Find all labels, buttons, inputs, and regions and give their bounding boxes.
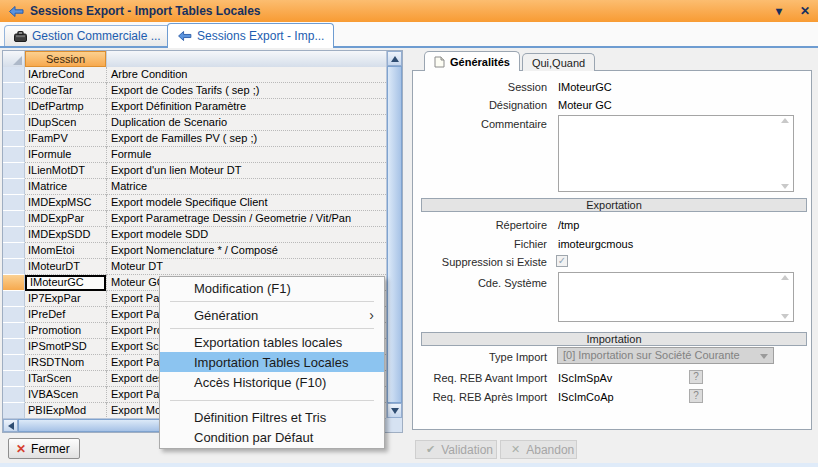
description-cell[interactable]: Moteur DT — [106, 259, 386, 275]
scroll-down-icon[interactable] — [387, 403, 402, 418]
session-cell[interactable]: IFormule — [25, 147, 106, 163]
session-cell[interactable]: IFamPV — [25, 131, 106, 147]
row-selector-cell[interactable] — [3, 403, 25, 418]
vertical-scrollbar[interactable] — [386, 51, 402, 418]
session-cell[interactable]: ITarScen — [25, 371, 106, 387]
description-cell[interactable]: Export Nomenclature * / Composé — [106, 243, 386, 259]
description-cell[interactable]: Export Définition Paramètre — [106, 99, 386, 115]
session-cell[interactable]: IMDExpSDD — [25, 227, 106, 243]
menu-item-generation[interactable]: Génération› — [160, 305, 384, 325]
description-cell[interactable]: Export Parametrage Dessin / Geometrie / … — [106, 211, 386, 227]
description-cell[interactable]: Export modele SDD — [106, 227, 386, 243]
row-selector-cell[interactable] — [3, 371, 25, 387]
tab-gestion-commerciale[interactable]: Gestion Commerciale ... — [4, 25, 171, 46]
session-cell[interactable]: IMoteurGC — [25, 275, 106, 291]
row-selector-cell[interactable] — [3, 227, 25, 243]
session-cell[interactable]: ICodeTar — [25, 83, 106, 99]
row-selector-cell[interactable] — [3, 387, 25, 403]
row-selector-cell[interactable] — [3, 99, 25, 115]
description-cell[interactable]: Duplication de Scenario — [106, 115, 386, 131]
row-selector-cell[interactable] — [3, 67, 25, 83]
session-cell[interactable]: IDefPartmp — [25, 99, 106, 115]
tab-sessions-export[interactable]: Sessions Export - Imp... — [167, 23, 334, 48]
menu-item-exportation-tables-locales[interactable]: Exportation tables locales — [160, 332, 384, 352]
row-selector-cell[interactable] — [3, 275, 25, 291]
fermer-button[interactable]: ✕ Fermer — [8, 438, 80, 459]
table-row[interactable]: IMDExpPar Export Parametrage Dessin / Ge… — [3, 211, 386, 227]
row-selector-cell[interactable] — [3, 179, 25, 195]
cde-systeme-textarea[interactable] — [558, 272, 794, 322]
row-selector-cell[interactable] — [3, 115, 25, 131]
session-cell[interactable]: IMDExpPar — [25, 211, 106, 227]
session-cell[interactable]: IMomEtoi — [25, 243, 106, 259]
scroll-up-icon[interactable] — [387, 51, 402, 66]
session-cell[interactable]: IArbreCond — [25, 67, 106, 83]
abandon-button[interactable]: ✕ Abandon — [500, 440, 577, 459]
row-selector-cell[interactable] — [3, 291, 25, 307]
table-row[interactable]: IMatrice Matrice — [3, 179, 386, 195]
row-selector-cell[interactable] — [3, 195, 25, 211]
table-row[interactable]: IMDExpMSC Export modele Specifique Clien… — [3, 195, 386, 211]
table-row[interactable]: IMDExpSDD Export modele SDD — [3, 227, 386, 243]
type-import-select[interactable]: [0] Importation sur Société Courante — [557, 347, 774, 364]
req-apres-help-button[interactable]: ? — [689, 389, 703, 403]
session-cell[interactable]: IMatrice — [25, 179, 106, 195]
row-selector-cell[interactable] — [3, 131, 25, 147]
suppression-checkbox[interactable]: ✓ — [556, 255, 568, 267]
session-cell[interactable]: IMoteurDT — [25, 259, 106, 275]
session-cell[interactable]: IP7ExpPar — [25, 291, 106, 307]
column-header-session[interactable]: Session — [25, 51, 106, 67]
session-cell[interactable]: IPromotion — [25, 323, 106, 339]
session-cell[interactable]: PBIExpMod — [25, 403, 106, 418]
req-avant-help-button[interactable]: ? — [689, 370, 703, 384]
tab-generalites[interactable]: Généralités — [424, 51, 520, 71]
session-cell[interactable]: ILienMotDT — [25, 163, 106, 179]
scroll-left-icon[interactable] — [3, 419, 18, 432]
table-row[interactable]: IFormule Formule — [3, 147, 386, 163]
table-row[interactable]: IFamPV Export de Familles PV ( sep ;) — [3, 131, 386, 147]
session-cell[interactable]: IRSDTNom — [25, 355, 106, 371]
session-cell[interactable]: IDupScen — [25, 115, 106, 131]
window-menu-icon[interactable]: ▾ — [776, 0, 782, 22]
row-selector-cell[interactable] — [3, 355, 25, 371]
description-cell[interactable]: Export modele Specifique Client — [106, 195, 386, 211]
vertical-scroll-thumb[interactable] — [387, 66, 402, 403]
tab-qui-quand[interactable]: Qui,Quand — [522, 53, 595, 71]
session-cell[interactable]: IVBAScen — [25, 387, 106, 403]
select-all-header[interactable] — [3, 51, 25, 67]
table-row[interactable]: IDefPartmp Export Définition Paramètre — [3, 99, 386, 115]
description-cell[interactable]: Export d'un lien Moteur DT — [106, 163, 386, 179]
row-selector-cell[interactable] — [3, 83, 25, 99]
table-row[interactable]: ILienMotDT Export d'un lien Moteur DT — [3, 163, 386, 179]
row-selector-cell[interactable] — [3, 339, 25, 355]
description-cell[interactable]: Formule — [106, 147, 386, 163]
session-cell[interactable]: IPSmotPSD — [25, 339, 106, 355]
description-cell[interactable]: Export de Codes Tarifs ( sep ;) — [106, 83, 386, 99]
validation-button[interactable]: ✔ Validation — [415, 440, 497, 459]
menu-item-importation-tables-locales[interactable]: Importation Tables Locales — [160, 352, 384, 372]
description-cell[interactable]: Arbre Condition — [106, 67, 386, 83]
menu-item-acces-historique-f10[interactable]: Accès Historique (F10) — [160, 372, 384, 392]
session-cell[interactable]: IPreDef — [25, 307, 106, 323]
table-row[interactable]: IDupScen Duplication de Scenario — [3, 115, 386, 131]
menu-item-definition-filtres-et-tris[interactable]: Définition Filtres et Tris — [160, 407, 384, 427]
row-selector-cell[interactable] — [3, 211, 25, 227]
table-row[interactable]: ICodeTar Export de Codes Tarifs ( sep ;) — [3, 83, 386, 99]
table-row[interactable]: IArbreCond Arbre Condition — [3, 67, 386, 83]
row-selector-cell[interactable] — [3, 307, 25, 323]
window-close-icon[interactable]: ✕ — [800, 0, 810, 22]
row-selector-cell[interactable] — [3, 147, 25, 163]
commentaire-textarea[interactable] — [558, 115, 794, 192]
column-header-description[interactable] — [106, 51, 386, 67]
row-selector-cell[interactable] — [3, 243, 25, 259]
table-row[interactable]: IMomEtoi Export Nomenclature * / Composé — [3, 243, 386, 259]
description-cell[interactable]: Export de Familles PV ( sep ;) — [106, 131, 386, 147]
session-cell[interactable]: IMDExpMSC — [25, 195, 106, 211]
description-cell[interactable]: Matrice — [106, 179, 386, 195]
row-selector-cell[interactable] — [3, 163, 25, 179]
table-row[interactable]: IMoteurDT Moteur DT — [3, 259, 386, 275]
menu-item-modification-f1[interactable]: Modification (F1) — [160, 278, 384, 298]
menu-item-condition-par-defaut[interactable]: Condition par Défaut — [160, 427, 384, 447]
row-selector-cell[interactable] — [3, 323, 25, 339]
row-selector-cell[interactable] — [3, 259, 25, 275]
